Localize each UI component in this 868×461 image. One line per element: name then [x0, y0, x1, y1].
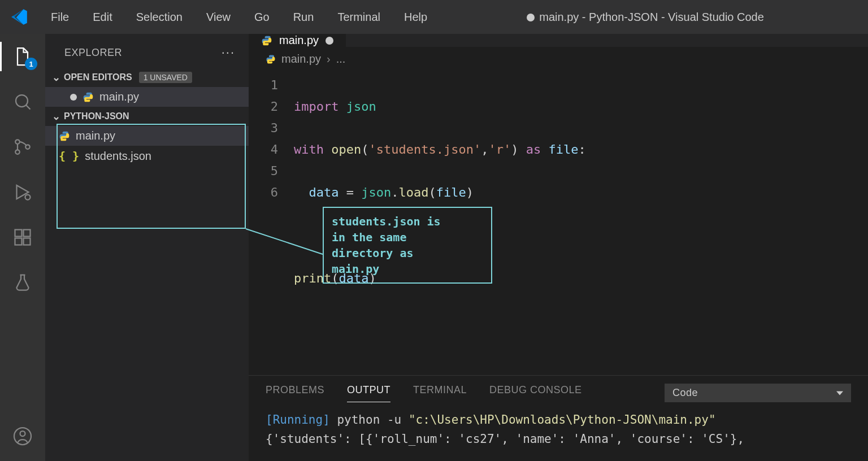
menu-run[interactable]: Run	[290, 8, 318, 26]
open-editor-filename: main.py	[99, 90, 139, 103]
window-title: main.py - Python-JSON - Visual Studio Co…	[431, 11, 860, 24]
explorer-icon[interactable]: 1	[11, 45, 34, 68]
panel-tab-problems[interactable]: PROBLEMS	[266, 384, 324, 402]
panel-tab-debug[interactable]: DEBUG CONSOLE	[489, 384, 582, 402]
chevron-down-icon: ⌄	[52, 71, 60, 84]
python-file-icon	[59, 131, 70, 142]
sidebar-header: EXPLORER ···	[45, 34, 249, 68]
source-control-icon[interactable]	[11, 136, 34, 158]
open-editor-item[interactable]: main.py	[45, 87, 249, 107]
activity-bar: 1	[0, 34, 45, 461]
open-editors-header[interactable]: ⌄ OPEN EDITORS 1 UNSAVED	[45, 68, 249, 87]
explorer-badge: 1	[25, 58, 37, 70]
folder-label: PYTHON-JSON	[64, 111, 129, 121]
panel-tab-output[interactable]: OUTPUT	[347, 384, 390, 402]
vscode-logo-icon	[8, 6, 31, 28]
annotation-callout: students.json is in the same directory a…	[323, 207, 492, 284]
svg-point-3	[25, 145, 30, 149]
svg-point-2	[15, 150, 20, 154]
tab-main[interactable]: main.py	[249, 34, 346, 47]
python-file-icon	[266, 54, 276, 64]
modified-dot-icon	[326, 37, 333, 45]
menu-selection[interactable]: Selection	[133, 8, 186, 26]
accounts-icon[interactable]	[11, 425, 34, 447]
svg-point-0	[16, 95, 28, 107]
breadcrumb-file: main.py	[281, 53, 321, 66]
svg-rect-6	[15, 238, 22, 245]
svg-point-4	[25, 195, 31, 200]
sidebar-more-icon[interactable]: ···	[222, 45, 235, 60]
python-file-icon	[83, 92, 94, 103]
file-item-students[interactable]: { } students.json	[45, 146, 249, 166]
menu-edit[interactable]: Edit	[89, 8, 115, 26]
file-item-main[interactable]: main.py	[45, 126, 249, 146]
extensions-icon[interactable]	[11, 226, 34, 249]
editor-tabs: main.py	[249, 34, 868, 47]
menu-go[interactable]: Go	[251, 8, 273, 26]
file-name: main.py	[76, 129, 115, 142]
output-body[interactable]: [Running] python -u "c:\Users\HP\Downloa…	[249, 402, 868, 461]
menu-help[interactable]: Help	[401, 8, 431, 26]
svg-rect-8	[24, 230, 31, 237]
python-file-icon	[261, 35, 272, 46]
svg-rect-5	[15, 230, 22, 237]
line-gutter: 123456	[249, 75, 294, 375]
unsaved-badge: 1 UNSAVED	[139, 72, 192, 83]
menu-view[interactable]: View	[203, 8, 234, 26]
breadcrumb-tail: ...	[336, 53, 346, 66]
menu-bar: File Edit Selection View Go Run Terminal…	[47, 8, 431, 26]
open-editors-label: OPEN EDITORS	[64, 72, 132, 82]
panel-tabs: PROBLEMS OUTPUT TERMINAL DEBUG CONSOLE C…	[249, 376, 868, 402]
tab-label: main.py	[279, 34, 319, 47]
title-bar: File Edit Selection View Go Run Terminal…	[0, 0, 868, 34]
chevron-down-icon: ⌄	[52, 110, 60, 123]
panel-tab-terminal[interactable]: TERMINAL	[413, 384, 467, 402]
svg-point-10	[20, 431, 25, 436]
menu-terminal[interactable]: Terminal	[334, 8, 384, 26]
chevron-right-icon: ›	[327, 53, 331, 66]
testing-icon[interactable]	[11, 271, 34, 294]
run-debug-icon[interactable]	[11, 181, 34, 203]
svg-point-1	[15, 140, 20, 144]
sidebar: EXPLORER ··· ⌄ OPEN EDITORS 1 UNSAVED ma…	[45, 34, 249, 461]
modified-dot-icon	[527, 14, 535, 21]
sidebar-title: EXPLORER	[64, 47, 122, 59]
file-name: students.json	[85, 150, 151, 163]
modified-dot-icon	[70, 94, 77, 101]
breadcrumb[interactable]: main.py › ...	[249, 47, 868, 71]
search-icon[interactable]	[11, 90, 34, 113]
svg-rect-7	[24, 238, 31, 245]
folder-header[interactable]: ⌄ PYTHON-JSON	[45, 107, 249, 126]
bottom-panel: PROBLEMS OUTPUT TERMINAL DEBUG CONSOLE C…	[249, 375, 868, 461]
json-file-icon: { }	[59, 149, 79, 163]
output-channel-dropdown[interactable]: Code	[665, 384, 851, 402]
menu-file[interactable]: File	[47, 8, 72, 26]
